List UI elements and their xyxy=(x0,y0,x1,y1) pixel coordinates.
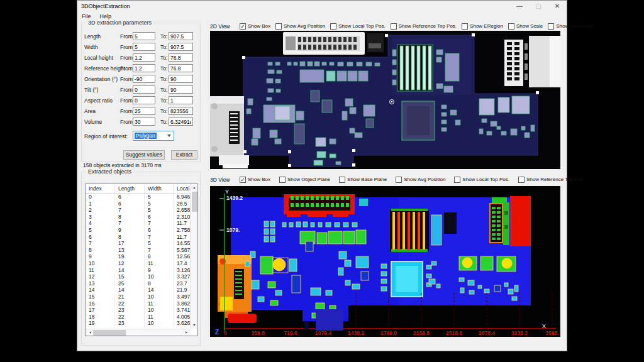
show-option-checkbox[interactable]: Show Local Top Pos. xyxy=(454,177,509,183)
table-cell: 15 xyxy=(115,273,145,280)
checkbox-unchecked-icon[interactable] xyxy=(279,177,286,183)
column-header[interactable]: Index xyxy=(86,184,115,193)
checkbox-unchecked-icon[interactable] xyxy=(518,177,525,183)
chevron-down-icon[interactable] xyxy=(167,134,171,137)
table-row[interactable]: 1325823.7 xyxy=(86,280,191,287)
checkbox-checked-icon[interactable]: ✓ xyxy=(240,177,246,183)
vertical-scrollbar[interactable] xyxy=(191,184,197,329)
maximize-icon[interactable]: ▢ xyxy=(529,1,548,12)
pcb-2d-view[interactable] xyxy=(210,31,560,169)
show-option-checkbox[interactable]: Show Local Top Pos. xyxy=(330,23,386,30)
table-row[interactable]: 3862.3108 xyxy=(86,214,191,221)
checkbox-unchecked-icon[interactable] xyxy=(508,23,514,30)
param-from-input[interactable] xyxy=(133,75,155,83)
checkbox-unchecked-icon[interactable] xyxy=(339,177,345,183)
table-row[interactable]: 111493.1261 xyxy=(86,267,191,274)
table-row[interactable]: 2752.6585 xyxy=(86,207,191,214)
table-cell: 3.4976 xyxy=(174,293,191,300)
show-option-checkbox[interactable]: Show Avg Position xyxy=(396,177,445,183)
table-row[interactable]: 717514.551 xyxy=(86,240,191,247)
to-label: To: xyxy=(160,76,167,82)
column-header[interactable]: Width xyxy=(145,184,174,193)
table-row[interactable]: 1521103.4976 xyxy=(86,293,191,300)
show-option-checkbox[interactable]: Show Scale xyxy=(508,23,543,30)
param-to-input[interactable] xyxy=(169,118,193,126)
param-to-input[interactable] xyxy=(169,75,193,83)
scroll-up-icon[interactable] xyxy=(191,184,198,191)
show-option-checkbox[interactable]: ✓Show Box xyxy=(240,23,270,30)
table-row[interactable]: 10121117.4 xyxy=(86,260,191,267)
pcb-3d-image[interactable]: 0359.8719.61079.41439.21799.02158.82518.… xyxy=(210,186,560,337)
pcb-3d-view[interactable]: 0359.8719.61079.41439.21799.02158.82518.… xyxy=(210,186,560,337)
minimize-icon[interactable]: — xyxy=(510,1,529,12)
table-row[interactable]: 0656.9467 xyxy=(86,194,191,200)
table-row[interactable]: 1215103.3274 xyxy=(86,273,191,280)
checkbox-unchecked-icon[interactable] xyxy=(330,23,336,30)
show-option-checkbox[interactable]: Show Reference Top Pos. xyxy=(518,177,584,183)
param-from-input[interactable] xyxy=(133,53,155,62)
checkbox-unchecked-icon[interactable] xyxy=(391,23,397,30)
x-axis-tick-label: 1439.2 xyxy=(348,330,364,336)
show-option-checkbox[interactable]: Show ERegion xyxy=(462,23,503,30)
table-row[interactable]: 16528.5 xyxy=(86,200,191,207)
param-to-input[interactable] xyxy=(169,64,193,72)
table-row[interactable]: 81375.5876 xyxy=(86,247,191,254)
show-option-checkbox[interactable]: ✓Show Box xyxy=(240,177,270,183)
param-to-input[interactable] xyxy=(169,107,193,115)
scrollbar-thumb[interactable] xyxy=(93,330,126,336)
table-row[interactable]: 14141421.9 xyxy=(86,287,191,293)
close-icon[interactable]: ✕ xyxy=(548,1,567,12)
table-cell: 7 xyxy=(115,220,145,227)
pcb-2d-image[interactable] xyxy=(210,31,560,169)
param-from-input[interactable] xyxy=(133,118,155,126)
param-from-input[interactable] xyxy=(133,32,155,40)
scroll-right-icon[interactable] xyxy=(184,329,191,336)
param-from-input[interactable] xyxy=(133,96,155,104)
table-cell: 14 xyxy=(145,287,174,293)
param-to-input[interactable] xyxy=(169,96,193,104)
param-to-input[interactable] xyxy=(169,43,193,51)
checkbox-unchecked-icon[interactable] xyxy=(396,177,402,183)
table-row[interactable]: 1723103.7411 xyxy=(86,307,191,314)
to-label: To: xyxy=(160,119,167,125)
extracted-objects-group: Extracted objects IndexLengthWidthLocal … xyxy=(81,172,201,346)
table-cell: 28.5 xyxy=(174,200,191,207)
show-option-checkbox[interactable]: Show Reference Top Pos. xyxy=(391,23,457,30)
param-from-input[interactable] xyxy=(133,43,155,51)
table-row[interactable]: 1923103.6269 xyxy=(86,320,191,327)
checkbox-unchecked-icon[interactable] xyxy=(548,23,554,30)
show-option-checkbox[interactable]: Show Object Plane xyxy=(279,177,330,183)
checkbox-unchecked-icon[interactable] xyxy=(454,177,460,183)
extract-button[interactable]: Extract xyxy=(171,150,197,160)
scrollbar-thumb[interactable] xyxy=(192,192,197,212)
table-cell: 5 xyxy=(86,227,115,234)
table-row[interactable]: 68711.7 xyxy=(86,234,191,241)
checkbox-unchecked-icon[interactable] xyxy=(462,23,468,30)
param-label: Area xyxy=(84,108,96,114)
param-to-input[interactable] xyxy=(169,85,193,94)
table-cell: 23 xyxy=(115,320,145,327)
param-from-input[interactable] xyxy=(133,107,155,115)
table-row[interactable]: 47711.7 xyxy=(86,220,191,227)
column-header[interactable]: Local H xyxy=(174,184,191,193)
param-from-input[interactable] xyxy=(133,64,155,72)
horizontal-scrollbar[interactable] xyxy=(86,329,191,336)
table-row[interactable]: 5962.7585 xyxy=(86,227,191,234)
show-option-checkbox[interactable]: Show Avg Position xyxy=(275,23,325,30)
checkbox-checked-icon[interactable]: ✓ xyxy=(240,23,246,30)
show-option-checkbox[interactable]: Show Base Plane xyxy=(339,177,387,183)
column-header[interactable]: Length xyxy=(115,184,145,193)
scroll-left-icon[interactable] xyxy=(86,329,92,336)
roi-dropdown[interactable]: Polygon xyxy=(133,131,174,141)
x-axis-tick-label: 359.8 xyxy=(251,330,265,336)
table-row[interactable]: 919612.567 xyxy=(86,253,191,260)
table-row[interactable]: 1622113.8623 xyxy=(86,300,191,307)
param-to-input[interactable] xyxy=(169,53,193,62)
scroll-down-icon[interactable] xyxy=(191,322,198,329)
param-to-input[interactable] xyxy=(169,32,193,40)
suggest-values-button[interactable]: Suggest values xyxy=(123,150,165,160)
show-option-checkbox[interactable]: Show Undefined xyxy=(548,23,593,30)
table-row[interactable]: 1822114.0052 xyxy=(86,314,191,321)
param-from-input[interactable] xyxy=(133,85,155,94)
checkbox-unchecked-icon[interactable] xyxy=(275,23,282,30)
